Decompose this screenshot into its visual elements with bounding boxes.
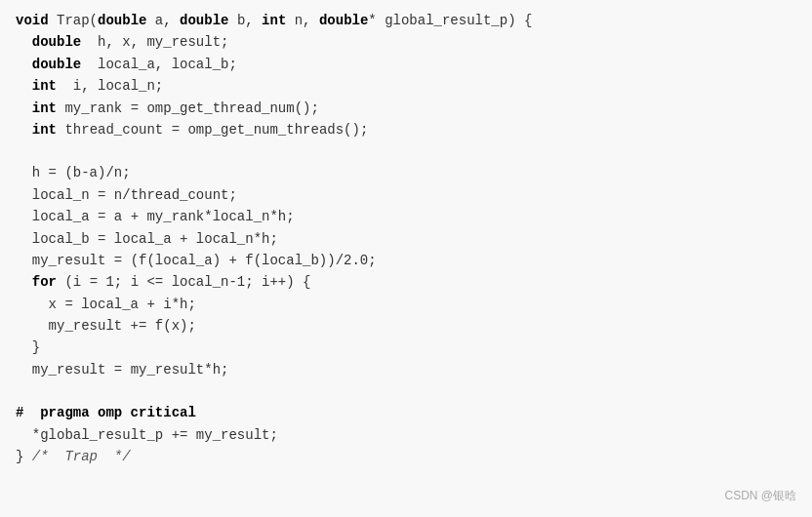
code-line: void Trap(double a, double b, int n, dou… <box>16 10 796 31</box>
code-token-normal: Trap( <box>49 10 98 31</box>
code-token-normal: local_b = local_a + local_n*h; <box>32 228 278 250</box>
code-token-indent <box>16 54 32 75</box>
code-token-normal: n, <box>286 10 319 31</box>
code-token-indent <box>16 315 49 337</box>
code-token-indent <box>16 337 32 358</box>
code-token-normal: local_a = a + my_rank*local_n*h; <box>32 206 295 227</box>
code-token-normal: my_result = (f(local_a) + f(local_b))/2.… <box>32 250 377 271</box>
code-token-indent <box>16 119 32 140</box>
code-token-indent <box>16 294 49 315</box>
code-line: local_b = local_a + local_n*h; <box>16 228 796 250</box>
code-token-kw: double <box>98 10 146 31</box>
code-token-normal: *global_result_p += my_result; <box>32 424 278 446</box>
code-token-indent <box>16 206 32 227</box>
code-line: local_n = n/thread_count; <box>16 184 796 206</box>
code-token-kw: void <box>16 10 49 31</box>
code-line: int i, local_n; <box>16 75 796 97</box>
code-block: void Trap(double a, double b, int n, dou… <box>16 10 796 467</box>
code-line: } <box>16 337 796 358</box>
code-token-kw: int <box>262 10 286 31</box>
code-line: int thread_count = omp_get_num_threads()… <box>16 119 796 140</box>
code-token-normal: } <box>32 337 40 358</box>
code-token-normal: thread_count = omp_get_num_threads(); <box>57 119 368 140</box>
code-line: x = local_a + i*h; <box>16 294 796 315</box>
code-line: local_a = a + my_rank*local_n*h; <box>16 206 796 227</box>
code-token-normal: (i = 1; i <= local_n-1; i++) { <box>57 271 310 293</box>
watermark: CSDN @银晗 <box>724 487 796 505</box>
code-token-indent <box>16 424 32 446</box>
code-token-comment: /* Trap */ <box>32 446 131 467</box>
code-token-indent <box>16 359 32 380</box>
code-token-indent <box>16 184 32 206</box>
code-line: my_result = my_result*h; <box>16 359 796 380</box>
code-line <box>16 380 796 402</box>
code-token-normal: a, <box>146 10 180 31</box>
code-token-indent <box>16 31 32 53</box>
code-token-indent <box>16 162 32 183</box>
code-token-normal: my_result += f(x); <box>49 315 196 337</box>
code-token-normal: local_n = n/thread_count; <box>32 184 237 206</box>
code-token-indent <box>16 98 32 119</box>
code-token-normal: h, x, my_result; <box>81 31 228 53</box>
code-token-normal: } <box>16 446 32 467</box>
code-token-kw: int <box>32 98 57 119</box>
code-line <box>16 140 796 162</box>
code-token-normal: my_rank = omp_get_thread_num(); <box>57 98 319 119</box>
code-token-indent <box>16 250 32 271</box>
code-line: # pragma omp critical <box>16 402 796 423</box>
code-token-normal: b, <box>228 10 262 31</box>
code-line: double local_a, local_b; <box>16 54 796 75</box>
code-token-normal: * global_result_p) { <box>368 10 532 31</box>
code-token-indent <box>16 228 32 250</box>
code-token-kw: double <box>32 31 81 53</box>
code-line: my_result += f(x); <box>16 315 796 337</box>
code-token-kw: # pragma omp critical <box>16 402 196 423</box>
code-token-normal: i, local_n; <box>57 75 163 97</box>
code-token-indent <box>16 75 32 97</box>
code-container: void Trap(double a, double b, int n, dou… <box>0 0 812 517</box>
code-token-normal: local_a, local_b; <box>81 54 237 75</box>
code-token-kw: int <box>32 119 57 140</box>
code-token-kw: double <box>180 10 228 31</box>
code-line: *global_result_p += my_result; <box>16 424 796 446</box>
code-token-kw: int <box>32 75 57 97</box>
code-line: int my_rank = omp_get_thread_num(); <box>16 98 796 119</box>
code-line: my_result = (f(local_a) + f(local_b))/2.… <box>16 250 796 271</box>
code-token-normal: h = (b-a)/n; <box>32 162 131 183</box>
code-token-indent <box>16 271 32 293</box>
code-line: double h, x, my_result; <box>16 31 796 53</box>
code-line: h = (b-a)/n; <box>16 162 796 183</box>
code-token-kw: for <box>32 271 57 293</box>
code-line: } /* Trap */ <box>16 446 796 467</box>
code-token-kw: double <box>32 54 81 75</box>
code-token-kw: double <box>319 10 368 31</box>
code-token-normal: my_result = my_result*h; <box>32 359 229 380</box>
code-line: for (i = 1; i <= local_n-1; i++) { <box>16 271 796 293</box>
code-token-normal: x = local_a + i*h; <box>49 294 196 315</box>
